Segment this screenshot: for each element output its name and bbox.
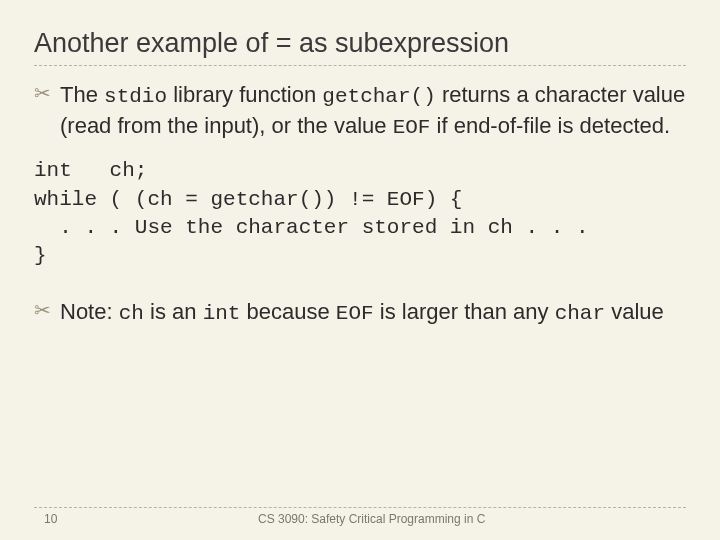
text-run: Note:: [60, 299, 119, 324]
bullet-item: ✂ The stdio library function getchar() r…: [34, 80, 686, 141]
slide-footer: 10 CS 3090: Safety Critical Programming …: [34, 507, 686, 526]
title-divider: [34, 65, 686, 66]
bullet-text: The stdio library function getchar() ret…: [60, 80, 686, 141]
code-run: ch: [119, 302, 144, 325]
bullet-text: Note: ch is an int because EOF is larger…: [60, 297, 686, 328]
page-number: 10: [34, 512, 57, 526]
scissors-icon: ✂: [34, 80, 60, 141]
code-run: EOF: [336, 302, 374, 325]
scissors-icon: ✂: [34, 297, 60, 328]
text-run: is an: [144, 299, 203, 324]
code-run: int: [203, 302, 241, 325]
text-run: because: [240, 299, 335, 324]
slide-content: ✂ The stdio library function getchar() r…: [34, 80, 686, 328]
code-run: getchar(): [322, 85, 435, 108]
code-run: stdio: [104, 85, 167, 108]
code-run: EOF: [393, 116, 431, 139]
bullet-item: ✂ Note: ch is an int because EOF is larg…: [34, 297, 686, 328]
text-run: value: [605, 299, 664, 324]
footer-text: CS 3090: Safety Critical Programming in …: [57, 512, 686, 526]
text-run: if end-of-file is detected.: [430, 113, 670, 138]
slide-title: Another example of = as subexpression: [34, 28, 686, 59]
code-block: int ch; while ( (ch = getchar()) != EOF)…: [34, 157, 686, 270]
code-run: char: [555, 302, 605, 325]
text-run: is larger than any: [374, 299, 555, 324]
text-run: The: [60, 82, 104, 107]
footer-row: 10 CS 3090: Safety Critical Programming …: [34, 512, 686, 526]
footer-divider: [34, 507, 686, 508]
text-run: library function: [167, 82, 322, 107]
slide: Another example of = as subexpression ✂ …: [0, 0, 720, 540]
